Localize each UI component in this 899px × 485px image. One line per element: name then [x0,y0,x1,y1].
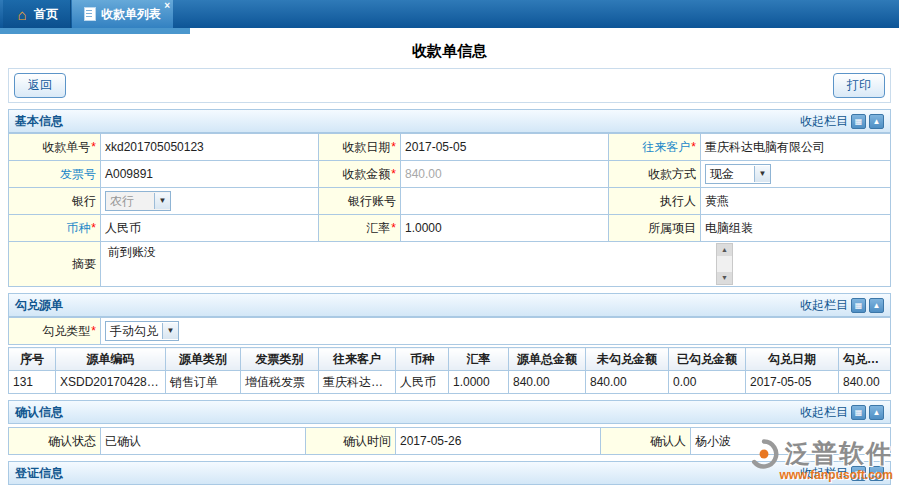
executor-label: 执行人 [609,188,701,215]
collapse-link-matching[interactable]: 收起栏目 [800,297,884,314]
col-header-customer: 往来客户 [319,348,396,371]
matching-type-label-text: 勾兑类型 [42,324,90,338]
payment-method-cell: 现金 [701,161,891,188]
table-row: 确认状态 已确认 确认时间 2017-05-26 确认人 杨小波 [9,428,891,455]
page-title: 收款单信息 [8,42,891,61]
matching-table: 序号 源单编码 源单类别 发票类别 往来客户 币种 汇率 源单总金额 未勾兑金额… [8,347,891,394]
close-icon[interactable]: × [164,1,170,11]
cell-seq: 131 [9,371,56,394]
summary-scrollbar[interactable] [716,243,733,285]
dropdown-arrow-icon [162,323,178,339]
rate-label-text: 汇率 [366,221,390,235]
print-button[interactable]: 打印 [833,73,885,98]
receipt-no-field[interactable]: xkd201705050123 [101,134,319,161]
cell-source-code: XSDD20170428022 [56,371,166,394]
section-title-matching: 勾兑源单 [15,297,63,314]
amount-label-text: 收款金额 [342,167,390,181]
section-title-confirm: 确认信息 [15,404,63,421]
col-header-currency: 币种 [396,348,449,371]
amount-label: 收款金额* [319,161,401,188]
collapse-up-icon[interactable] [869,466,884,481]
back-button[interactable]: 返回 [14,73,66,98]
panel-icon[interactable] [851,405,866,420]
home-icon [15,6,29,23]
col-header-source-code: 源单编码 [56,348,166,371]
bank-account-field[interactable] [401,188,609,215]
invoice-no-field[interactable]: A009891 [101,161,319,188]
tab-receipt-list[interactable]: 收款单列表 × [72,0,173,28]
collapse-up-icon[interactable] [869,405,884,420]
document-icon [84,7,96,21]
tab-home[interactable]: 首页 [3,0,71,28]
currency-field[interactable]: 人民币 [101,215,319,242]
toolbar: 返回 打印 [8,68,891,103]
section-header-register: 登证信息 收起栏目 [8,461,891,485]
invoice-no-label: 发票号 [9,161,101,188]
table-header-row: 序号 源单编码 源单类别 发票类别 往来客户 币种 汇率 源单总金额 未勾兑金额… [9,348,891,371]
currency-label: 币种* [9,215,101,242]
rate-field[interactable]: 1.0000 [401,215,609,242]
col-header-invoice-type: 发票类别 [241,348,319,371]
receipt-date-field[interactable]: 2017-05-05 [401,134,609,161]
confirm-status-label: 确认状态 [9,428,101,455]
cell-currency: 人民币 [396,371,449,394]
tab-receipt-list-label: 收款单列表 [101,6,161,23]
cell-matched: 0.00 [669,371,746,394]
dropdown-arrow-icon [154,193,170,209]
summary-cell: 前到账没 [101,242,891,287]
scroll-down-icon[interactable] [717,272,732,284]
payment-method-select[interactable]: 现金 [705,164,771,184]
matching-type-select[interactable]: 手动勾兑 [105,321,179,341]
col-header-amount: 勾兑金额 [839,348,891,371]
bank-account-label: 银行账号 [319,188,401,215]
receipt-date-label-text: 收款日期 [342,140,390,154]
panel-icon[interactable] [851,298,866,313]
project-field[interactable]: 电脑组装 [701,215,891,242]
collapse-up-icon[interactable] [869,114,884,129]
bank-cell: 农行 [101,188,319,215]
collapse-up-icon[interactable] [869,298,884,313]
section-title-basic: 基本信息 [15,113,63,130]
confirm-time-value: 2017-05-26 [396,428,601,455]
table-row[interactable]: 131 XSDD20170428022 销售订单 增值税发票 重庆科达电脑 人民… [9,371,891,394]
bank-select[interactable]: 农行 [105,191,171,211]
summary-label: 摘要 [9,242,101,287]
executor-field[interactable]: 黄燕 [701,188,891,215]
col-header-source-type: 源单类别 [166,348,241,371]
tab-home-label: 首页 [34,6,58,23]
section-header-matching: 勾兑源单 收起栏目 [8,293,891,317]
required-mark: * [91,140,96,154]
collapse-link-basic[interactable]: 收起栏目 [800,113,884,130]
payment-method-label: 收款方式 [609,161,701,188]
rate-label: 汇率* [319,215,401,242]
customer-field[interactable]: 重庆科达电脑有限公司 [701,134,891,161]
customer-label-text: 往来客户 [642,140,690,154]
required-mark: * [391,167,396,181]
cell-total: 840.00 [509,371,586,394]
confirm-time-label: 确认时间 [306,428,396,455]
collapse-label: 收起栏目 [800,113,848,130]
matching-type-cell: 手动勾兑 [101,318,891,345]
required-mark: * [691,140,696,154]
table-row: 币种* 人民币 汇率* 1.0000 所属项目 电脑组装 [9,215,891,242]
summary-textarea[interactable]: 前到账没 [105,243,733,285]
confirm-person-label: 确认人 [601,428,691,455]
basic-info-table: 收款单号* xkd201705050123 收款日期* 2017-05-05 往… [8,133,891,287]
panel-icon[interactable] [851,466,866,481]
bank-label: 银行 [9,188,101,215]
project-label: 所属项目 [609,215,701,242]
collapse-link-register[interactable]: 收起栏目 [800,465,884,482]
table-row: 收款单号* xkd201705050123 收款日期* 2017-05-05 往… [9,134,891,161]
cell-invoice-type: 增值税发票 [241,371,319,394]
col-header-seq: 序号 [9,348,56,371]
confirm-status-value: 已确认 [101,428,306,455]
scroll-up-icon[interactable] [717,244,732,256]
col-header-matched: 已勾兑金额 [669,348,746,371]
confirm-table: 确认状态 已确认 确认时间 2017-05-26 确认人 杨小波 [8,427,891,455]
col-header-date: 勾兑日期 [746,348,839,371]
currency-label-text: 币种 [66,221,90,235]
panel-icon[interactable] [851,114,866,129]
amount-field: 840.00 [401,161,609,188]
required-mark: * [391,221,396,235]
collapse-link-confirm[interactable]: 收起栏目 [800,404,884,421]
